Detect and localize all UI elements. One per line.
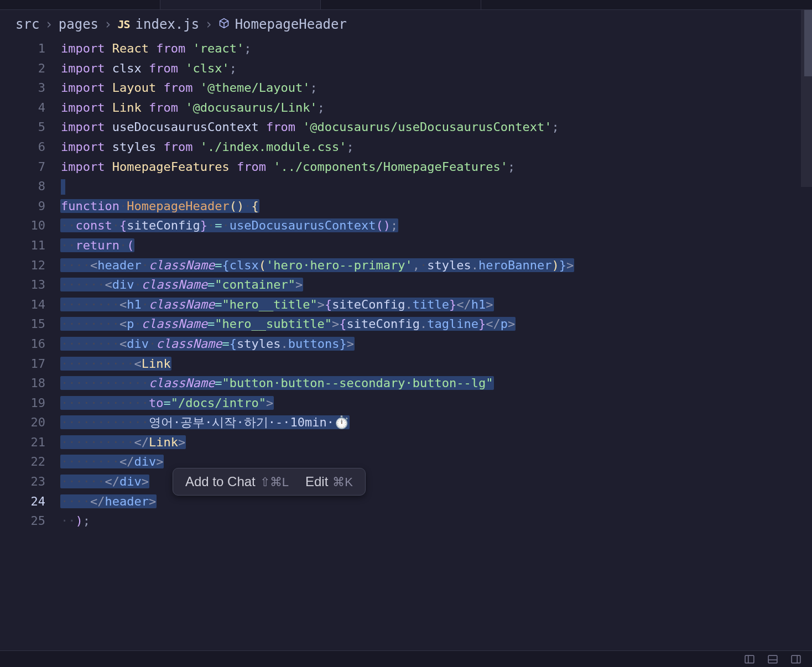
tab-slot[interactable] (0, 0, 160, 9)
breadcrumb-part[interactable]: pages (59, 17, 98, 32)
line-number: 17 (0, 354, 45, 374)
line-number: 11 (0, 236, 45, 256)
panel-layout-icon[interactable] (768, 654, 778, 664)
tab-slot[interactable] (321, 0, 481, 9)
line-number: 6 (0, 137, 45, 157)
tab-bar (0, 0, 812, 10)
line-number: 22 (0, 452, 45, 472)
edit-button[interactable]: Edit⌘K (305, 474, 353, 489)
panel-bar (0, 650, 812, 667)
code-line[interactable]: ······<div·className="container"> (61, 275, 812, 295)
line-number: 14 (0, 295, 45, 315)
minimap-scrollbar[interactable] (801, 10, 812, 187)
svg-rect-4 (792, 655, 800, 663)
code-line[interactable]: ············to="/docs/intro"> (61, 393, 812, 413)
shortcut-hint: ⌘K (332, 475, 353, 489)
line-number: 15 (0, 314, 45, 334)
chevron-right-icon: › (45, 17, 53, 32)
code-line[interactable]: import useDocusaurusContext from '@docus… (61, 117, 812, 137)
code-line[interactable]: ············className="button·button--se… (61, 373, 812, 393)
line-number: 9 (0, 196, 45, 216)
code-line[interactable]: ··········<Link (61, 354, 812, 374)
code-line[interactable]: ············영어·공부·시작·하기·-·10min·⏱️ (61, 413, 812, 432)
code-line[interactable]: ··const·{siteConfig}·=·useDocusaurusCont… (61, 216, 812, 236)
line-number: 3 (0, 78, 45, 98)
symbol-function-icon (218, 18, 230, 32)
code-line[interactable]: ········</div> (61, 452, 812, 472)
code-line[interactable]: ··return·( (61, 236, 812, 256)
panel-layout-icon[interactable] (791, 654, 801, 664)
javascript-file-icon: JS (118, 18, 130, 31)
code-line[interactable]: import styles from './index.module.css'; (61, 137, 812, 157)
line-number: 8 (0, 176, 45, 196)
code-line[interactable] (61, 176, 812, 196)
line-number-gutter: 1 2 3 4 5 6 7 8 9 10 11 12 13 14 15 16 1… (0, 39, 61, 649)
shortcut-hint: ⇧⌘L (260, 475, 289, 489)
line-number: 20 (0, 413, 45, 432)
edit-label: Edit (305, 474, 328, 489)
svg-rect-0 (745, 655, 754, 663)
inline-actions-popup: Add to Chat⇧⌘L Edit⌘K (173, 468, 366, 496)
chevron-right-icon: › (205, 17, 212, 32)
code-editor[interactable]: 1 2 3 4 5 6 7 8 9 10 11 12 13 14 15 16 1… (0, 39, 812, 649)
code-line[interactable]: ········<div·className={styles.buttons}> (61, 334, 812, 354)
code-line[interactable]: ··); (61, 511, 812, 531)
add-to-chat-button[interactable]: Add to Chat⇧⌘L (185, 474, 289, 489)
code-line[interactable]: ········<p·className="hero__subtitle">{s… (61, 314, 812, 334)
breadcrumb-symbol[interactable]: HomepageHeader (235, 17, 347, 32)
line-number: 7 (0, 157, 45, 177)
line-number: 10 (0, 216, 45, 236)
line-number: 13 (0, 275, 45, 295)
line-number: 16 (0, 334, 45, 354)
line-number: 25 (0, 511, 45, 531)
line-number: 1 (0, 39, 45, 59)
tab-slot-active[interactable] (160, 0, 321, 9)
line-number: 23 (0, 472, 45, 492)
line-number: 12 (0, 256, 45, 275)
code-line[interactable]: import Layout from '@theme/Layout'; (61, 78, 812, 98)
line-number: 21 (0, 432, 45, 452)
line-number: 19 (0, 393, 45, 413)
code-line[interactable]: import clsx from 'clsx'; (61, 59, 812, 79)
code-content[interactable]: import React from 'react'; import clsx f… (61, 39, 812, 649)
line-number: 5 (0, 117, 45, 137)
code-line[interactable]: function·HomepageHeader()·{ (61, 196, 812, 216)
code-line[interactable]: import React from 'react'; (61, 39, 812, 59)
chevron-right-icon: › (104, 17, 112, 32)
code-line[interactable]: ········<h1·className="hero__title">{sit… (61, 295, 812, 315)
breadcrumb-part[interactable]: src (15, 17, 39, 32)
svg-rect-2 (768, 655, 777, 663)
code-line[interactable]: import Link from '@docusaurus/Link'; (61, 98, 812, 118)
code-line[interactable]: ··········</Link> (61, 432, 812, 452)
line-number: 24 (0, 492, 45, 512)
add-to-chat-label: Add to Chat (185, 474, 256, 489)
code-line[interactable]: ····</header> (61, 492, 812, 512)
code-line[interactable]: import HomepageFeatures from '../compone… (61, 157, 812, 177)
line-number: 4 (0, 98, 45, 118)
line-number: 18 (0, 373, 45, 393)
code-line[interactable]: ····<header·className={clsx('hero·hero--… (61, 256, 812, 275)
breadcrumb: src › pages › JS index.js › HomepageHead… (0, 10, 812, 39)
panel-layout-icon[interactable] (745, 654, 754, 664)
line-number: 2 (0, 59, 45, 79)
breadcrumb-file[interactable]: index.js (136, 17, 200, 32)
